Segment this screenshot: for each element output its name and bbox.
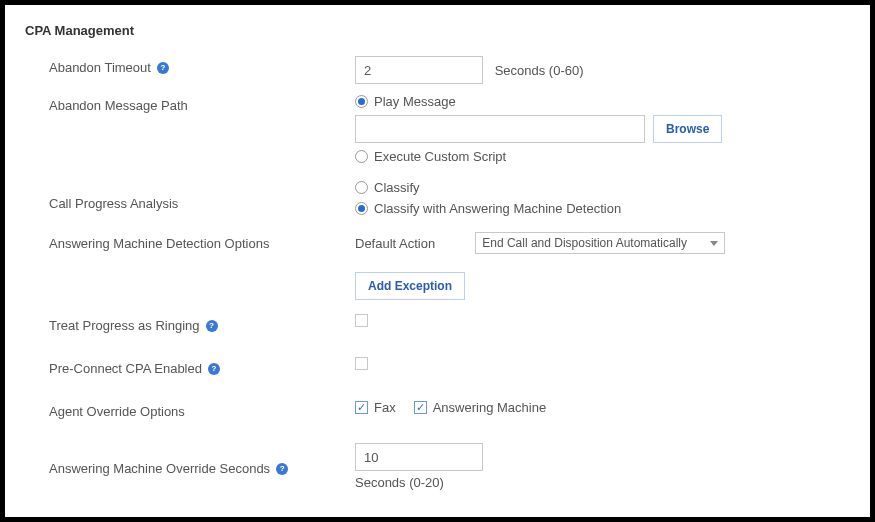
abandon-timeout-label: Abandon Timeout <box>49 60 151 75</box>
row-abandon-timeout: Abandon Timeout ? Seconds (0-60) <box>25 56 850 84</box>
treat-progress-checkbox[interactable] <box>355 314 368 327</box>
add-exception-button[interactable]: Add Exception <box>355 272 465 300</box>
abandon-timeout-suffix: Seconds (0-60) <box>495 63 584 78</box>
default-action-value: End Call and Disposition Automatically <box>482 236 687 250</box>
row-add-exception: Add Exception <box>25 258 850 300</box>
radio-execute-custom-script[interactable] <box>355 150 368 163</box>
abandon-message-path-label: Abandon Message Path <box>49 98 188 113</box>
default-action-label: Default Action <box>355 236 435 251</box>
classify-label: Classify <box>374 180 420 195</box>
play-message-label: Play Message <box>374 94 456 109</box>
row-pre-connect: Pre-Connect CPA Enabled ? <box>25 357 850 376</box>
row-treat-progress: Treat Progress as Ringing ? <box>25 314 850 333</box>
fax-checkbox[interactable]: ✓ <box>355 401 368 414</box>
default-action-select[interactable]: End Call and Disposition Automatically <box>475 232 725 254</box>
agent-override-label: Agent Override Options <box>49 404 185 419</box>
row-call-progress-analysis: Call Progress Analysis Classify Classify… <box>25 180 850 222</box>
help-icon[interactable]: ? <box>157 62 169 74</box>
help-icon[interactable]: ? <box>208 363 220 375</box>
browse-button[interactable]: Browse <box>653 115 722 143</box>
am-override-seconds-label: Answering Machine Override Seconds <box>49 461 270 476</box>
am-override-seconds-input[interactable] <box>355 443 483 471</box>
answering-machine-label: Answering Machine <box>433 400 546 415</box>
section-title: CPA Management <box>25 23 850 38</box>
cpa-management-panel: CPA Management Abandon Timeout ? Seconds… <box>5 5 870 517</box>
message-path-input[interactable] <box>355 115 645 143</box>
radio-classify[interactable] <box>355 181 368 194</box>
help-icon[interactable]: ? <box>206 320 218 332</box>
call-progress-analysis-label: Call Progress Analysis <box>49 196 178 211</box>
row-abandon-message-path: Abandon Message Path Play Message Browse… <box>25 94 850 170</box>
execute-custom-script-label: Execute Custom Script <box>374 149 506 164</box>
fax-label: Fax <box>374 400 396 415</box>
row-am-override-seconds: Answering Machine Override Seconds ? Sec… <box>25 443 850 490</box>
help-icon[interactable]: ? <box>276 463 288 475</box>
answering-machine-checkbox[interactable]: ✓ <box>414 401 427 414</box>
row-amd-options: Answering Machine Detection Options Defa… <box>25 232 850 254</box>
classify-amd-label: Classify with Answering Machine Detectio… <box>374 201 621 216</box>
pre-connect-label: Pre-Connect CPA Enabled <box>49 361 202 376</box>
abandon-timeout-input[interactable] <box>355 56 483 84</box>
treat-progress-label: Treat Progress as Ringing <box>49 318 200 333</box>
radio-play-message[interactable] <box>355 95 368 108</box>
row-agent-override: Agent Override Options ✓ Fax ✓ Answering… <box>25 400 850 419</box>
pre-connect-checkbox[interactable] <box>355 357 368 370</box>
radio-classify-amd[interactable] <box>355 202 368 215</box>
am-override-seconds-suffix: Seconds (0-20) <box>355 475 850 490</box>
amd-options-label: Answering Machine Detection Options <box>49 236 269 251</box>
